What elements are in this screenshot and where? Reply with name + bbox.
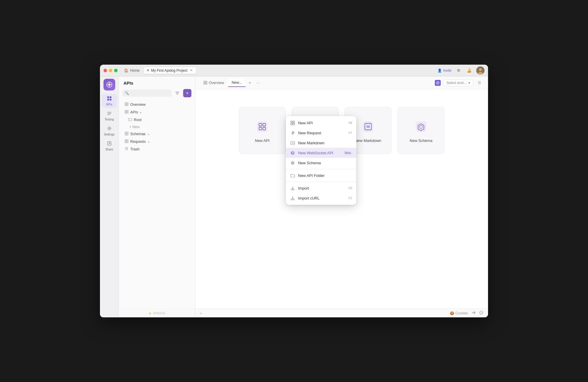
tab-overview[interactable]: Overview xyxy=(200,79,228,87)
cookies-icon: 🍪 xyxy=(450,311,454,315)
folder-icon xyxy=(128,118,132,122)
folder-menu-icon xyxy=(290,173,295,178)
svg-rect-35 xyxy=(257,121,268,132)
svg-point-1 xyxy=(479,68,482,71)
svg-rect-50 xyxy=(293,121,295,123)
env-chevron-icon: ▾ xyxy=(468,81,470,85)
apis-label: APIs xyxy=(106,103,112,106)
beta-badge: Beta xyxy=(343,151,352,155)
titlebar: 🏠 Home ✕ My First Apidog Project ✕ 👤 Inv… xyxy=(100,65,488,76)
env-selector[interactable]: Select envi... ▾ xyxy=(443,79,473,86)
tree-item-apis[interactable]: APIs ▸ xyxy=(120,108,194,116)
menu-item-new-api[interactable]: New API ⌘N xyxy=(286,118,356,128)
svg-point-4 xyxy=(108,83,111,86)
svg-rect-20 xyxy=(127,112,128,114)
collapse-sidebar-button[interactable]: « xyxy=(200,311,202,315)
tree-item-root[interactable]: Root xyxy=(120,116,194,124)
sidebar-item-settings[interactable]: Settings xyxy=(102,124,117,138)
panel-title: APIs xyxy=(119,76,195,88)
search-input[interactable]: 🔍 xyxy=(122,90,171,97)
person-icon: 👤 xyxy=(437,68,442,73)
svg-rect-26 xyxy=(127,140,128,141)
menu-item-new-schema[interactable]: New Schema xyxy=(286,158,356,168)
new-item-button[interactable]: + New xyxy=(125,124,195,130)
menu-item-new-folder[interactable]: New API Folder xyxy=(286,170,356,180)
sidebar-item-testing[interactable]: Testing xyxy=(102,109,117,123)
svg-rect-17 xyxy=(125,110,126,112)
tab-new[interactable]: New... xyxy=(228,79,245,87)
markdown-icon: M xyxy=(290,140,295,145)
new-schema-card[interactable]: New Schema xyxy=(397,107,445,154)
avatar[interactable] xyxy=(476,66,485,75)
window-tabs: 🏠 Home ✕ My First Apidog Project ✕ xyxy=(121,67,437,74)
bottom-right: 🍪 Cookies xyxy=(450,311,483,316)
tabs-right: Select envi... ▾ ☰ xyxy=(435,79,483,87)
more-tabs-button[interactable]: ··· xyxy=(254,79,262,87)
new-api-card[interactable]: New API xyxy=(239,107,286,154)
minimize-button[interactable] xyxy=(109,69,112,72)
main-layout: APIs Testing xyxy=(100,76,488,317)
add-tab-button[interactable]: + xyxy=(246,79,254,87)
tree-schemas-label: Schemas xyxy=(130,132,146,136)
tree-item-requests[interactable]: Requests ▸ xyxy=(120,138,194,145)
layout-menu-button[interactable]: ☰ xyxy=(476,79,483,87)
menu-item-new-request[interactable]: New Request ⌘T xyxy=(286,128,356,138)
avatar-image xyxy=(476,66,485,75)
svg-point-56 xyxy=(292,162,293,163)
home-tab[interactable]: 🏠 Home xyxy=(121,67,143,74)
menu-new-folder-label: New API Folder xyxy=(298,173,352,178)
svg-rect-52 xyxy=(293,123,295,125)
env-logo xyxy=(436,81,440,85)
invite-button[interactable]: 👤 Invite xyxy=(437,68,452,73)
apis-expand-icon: ▸ xyxy=(140,111,142,114)
apidog-brand: ⚡ APIDOG xyxy=(148,311,166,315)
traffic-lights xyxy=(103,69,118,72)
menu-item-import[interactable]: Import ⌘O xyxy=(286,183,356,193)
titlebar-right: 👤 Invite ⚙ 🔔 xyxy=(437,66,485,75)
tree-item-trash[interactable]: Trash xyxy=(120,145,194,153)
new-item-label: + New xyxy=(129,125,139,129)
cookies-button[interactable]: 🍪 Cookies xyxy=(450,311,468,315)
curl-icon xyxy=(290,195,295,201)
tab-close-icon[interactable]: ✕ xyxy=(189,68,193,73)
panel-tree: Overview APIs ▸ xyxy=(119,100,195,309)
dropdown-menu: New API ⌘N New Request ⌘T xyxy=(286,116,356,205)
overview-tab-icon xyxy=(203,81,207,85)
project-tab[interactable]: ✕ My First Apidog Project ✕ xyxy=(144,67,196,74)
sidebar-item-apis[interactable]: APIs xyxy=(102,94,117,108)
import-icon xyxy=(290,185,295,191)
svg-rect-7 xyxy=(107,99,109,100)
maximize-button[interactable] xyxy=(114,69,118,72)
menu-item-new-markdown[interactable]: M New Markdown xyxy=(286,138,356,148)
svg-text:M: M xyxy=(366,125,370,129)
close-button[interactable] xyxy=(103,69,107,72)
notification-icon-btn[interactable]: 🔔 xyxy=(466,67,473,74)
menu-new-request-label: New Request xyxy=(298,131,345,135)
filter-button[interactable] xyxy=(173,89,181,97)
svg-text:?: ? xyxy=(481,312,482,314)
svg-rect-16 xyxy=(127,105,128,106)
app-logo xyxy=(103,79,115,91)
send-button[interactable] xyxy=(472,311,476,316)
tree-item-schemas[interactable]: Schemas ▸ xyxy=(120,130,194,138)
panel-search-row: 🔍 + xyxy=(119,88,195,100)
content-tabs: Overview New... + ··· Select envi... xyxy=(195,76,488,89)
tree-item-overview[interactable]: Overview xyxy=(120,101,194,108)
new-schema-icon xyxy=(413,118,429,135)
menu-new-markdown-label: New Markdown xyxy=(298,141,352,145)
testing-icon xyxy=(107,111,112,117)
tab-new-label: New... xyxy=(232,81,242,85)
apis-icon xyxy=(107,96,112,102)
settings-icon-btn[interactable]: ⚙ xyxy=(455,67,462,74)
menu-item-new-websocket[interactable]: New WebSocket API Beta xyxy=(286,148,356,158)
add-new-button[interactable]: + xyxy=(183,89,191,97)
brand-label: APIDOG xyxy=(153,311,166,315)
help-button[interactable]: ? xyxy=(479,311,483,316)
menu-import-label: Import xyxy=(298,186,345,190)
svg-text:M: M xyxy=(292,142,294,144)
menu-item-import-curl[interactable]: Import cURL ⌘I xyxy=(286,193,356,203)
sidebar-item-share[interactable]: Share xyxy=(102,139,117,153)
app-window: 🏠 Home ✕ My First Apidog Project ✕ 👤 Inv… xyxy=(100,65,488,317)
svg-rect-5 xyxy=(107,96,109,98)
menu-import-curl-label: Import cURL xyxy=(298,196,345,200)
